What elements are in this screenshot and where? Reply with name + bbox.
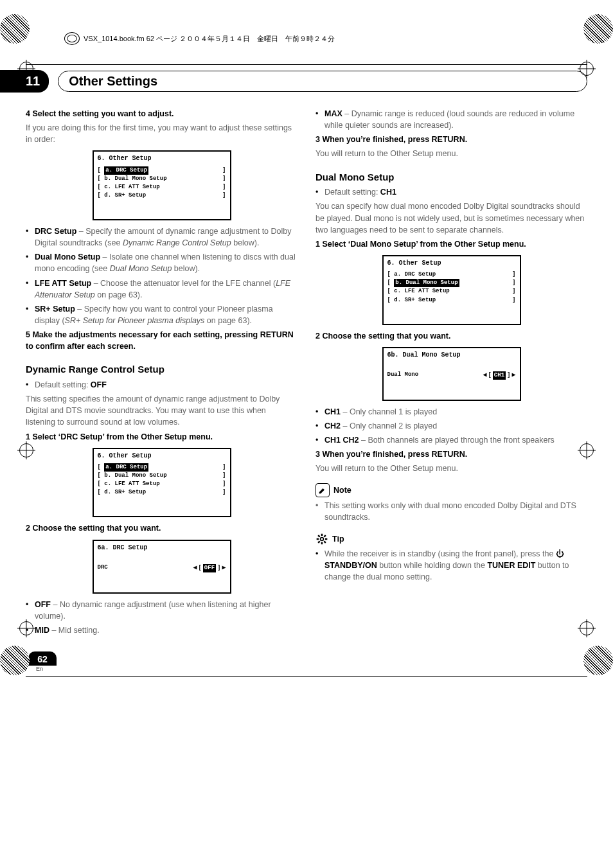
note-heading: Note [333, 484, 351, 496]
osd-other-setup-1: 6. Other Setup [ a. DRC Setup] [ b. Dual… [93, 150, 231, 220]
list-item: MAX – Dynamic range is reduced (loud sou… [315, 108, 587, 131]
step-3-heading: 3 When you’re finished, press RETURN. [315, 134, 587, 145]
step-5-heading: 5 Make the adjustments necessary for eac… [26, 329, 298, 352]
page-language: En [36, 666, 587, 672]
pencil-icon [315, 483, 330, 497]
osd-dual-mono: 6b. Dual Mono Setup Dual Mono ◀[ CH1 ]▶ [382, 347, 521, 401]
step-3-text: You will return to the Other Setup menu. [315, 148, 587, 159]
drc-setup-heading: Dynamic Range Control Setup [26, 362, 298, 376]
list-item: CH1 CH2 – Both channels are played throu… [315, 434, 587, 446]
osd-other-setup-3: 6. Other Setup [ a. DRC Setup] [ b. Dual… [382, 255, 521, 325]
list-item: Dual Mono Setup – Isolate one channel wh… [26, 251, 298, 274]
step-4-text: If you are doing this for the first time… [26, 122, 298, 145]
default-setting: Default setting: OFF [26, 379, 298, 391]
register-mark-icon [580, 62, 594, 76]
list-item: MID – Mid setting. [26, 624, 298, 636]
list-item: CH2 – Only channel 2 is played [315, 420, 587, 432]
svg-point-0 [321, 537, 324, 540]
list-item: DRC Setup – Specify the amount of dynami… [26, 226, 298, 249]
osd-other-setup-2: 6. Other Setup [ a. DRC Setup] [ b. Dual… [93, 448, 231, 518]
osd-drc-setup: 6a. DRC Setup DRC ◀[ OFF ]▶ [93, 540, 231, 594]
page-number: 62 [28, 651, 57, 666]
note-text: This setting works only with dual mono e… [315, 500, 587, 523]
page-header: VSX_1014.book.fm 62 ページ ２００４年５月１４日 金曜日 午… [64, 32, 587, 45]
crop-mark-tl [0, 14, 30, 44]
crop-mark-tr [583, 14, 613, 44]
register-mark-icon [19, 62, 33, 76]
register-mark-icon [19, 443, 33, 457]
book-icon [64, 32, 80, 45]
tip-text: While the receiver is in standby (using … [315, 548, 587, 583]
footer-rule [26, 676, 587, 677]
drc-step-1: 1 Select ‘DRC Setup’ from the Other Setu… [26, 431, 298, 443]
osd-title: 6. Other Setup [98, 154, 226, 164]
dm-desc: You can specify how dual mono encoded Do… [315, 200, 587, 235]
header-filename: VSX_1014.book.fm 62 ページ ２００４年５月１４日 金曜日 午… [84, 34, 335, 44]
list-item: SR+ Setup – Specify how you want to cont… [26, 303, 298, 326]
chapter-title: Other Settings [58, 71, 587, 92]
step-4-heading: 4 Select the setting you want to adjust. [26, 108, 298, 120]
list-item: LFE ATT Setup – Choose the attenuator le… [26, 278, 298, 301]
step-3b-text: You will return to the Other Setup menu. [315, 463, 587, 474]
list-item: CH1 – Only channel 1 is played [315, 406, 587, 418]
default-setting: Default setting: CH1 [315, 186, 587, 198]
step-3b-heading: 3 When you’re finished, press RETURN. [315, 448, 587, 460]
crop-mark-br [583, 646, 613, 675]
dual-mono-heading: Dual Mono Setup [315, 170, 587, 184]
drc-step-2: 2 Choose the setting that you want. [26, 522, 298, 534]
header-rule [26, 64, 587, 65]
register-mark-icon [580, 621, 594, 635]
tip-heading: Tip [332, 533, 344, 545]
dm-step-1: 1 Select ‘Dual Mono Setup’ from the Othe… [315, 238, 587, 250]
dm-step-2: 2 Choose the setting that you want. [315, 330, 587, 342]
drc-desc: This setting specifies the amount of dyn… [26, 393, 298, 428]
crop-mark-bl [0, 646, 30, 675]
list-item: OFF – No dynamic range adjustment (use w… [26, 599, 298, 622]
gear-icon [315, 533, 328, 545]
